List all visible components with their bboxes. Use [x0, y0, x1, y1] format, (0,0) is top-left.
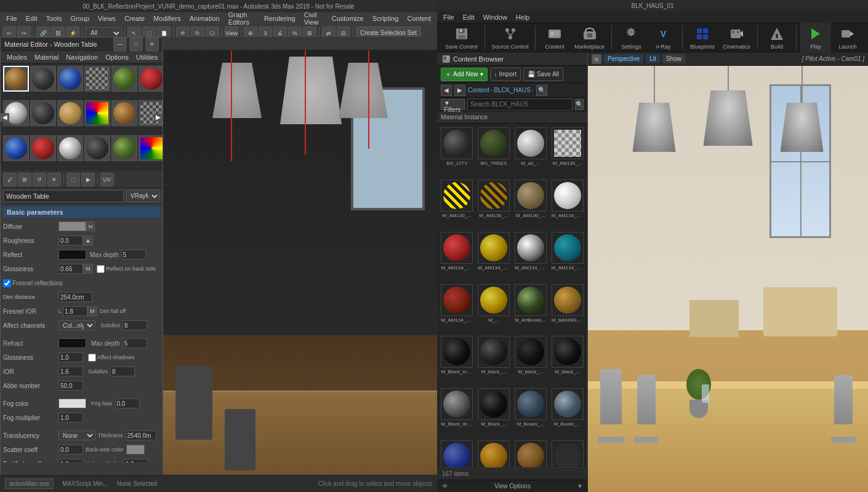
glossiness-input[interactable] — [58, 264, 83, 274]
mat-minimize-btn[interactable]: — — [113, 38, 127, 51]
mat-menu-options[interactable]: Options — [102, 52, 132, 62]
settings-button[interactable]: Settings — [616, 23, 646, 52]
cb-item-20[interactable]: M_Black_Wood... — [440, 387, 475, 437]
mat-thumb-8[interactable] — [30, 100, 56, 126]
subdivs-input[interactable] — [123, 320, 147, 330]
cb-item-6[interactable]: M_AM130_... — [513, 178, 549, 229]
cinematics-button[interactable]: Cinematics — [720, 23, 753, 52]
reflect-swatch[interactable] — [58, 250, 86, 260]
max-menu-edit[interactable]: Edit — [22, 14, 41, 23]
cb-item-21[interactable]: M_Black_... — [476, 387, 512, 437]
fresnel-checkbox[interactable] — [3, 279, 11, 287]
mat-pick-btn[interactable]: 🖊 — [3, 173, 17, 186]
mat-maximize-btn[interactable]: □ — [129, 38, 143, 51]
translucency-dropdown[interactable]: None — [58, 430, 95, 440]
mat-delete-btn[interactable]: ✕ — [47, 173, 61, 186]
cb-view-options[interactable]: View Options — [494, 483, 531, 490]
cb-item-18[interactable]: M_black_... — [513, 335, 549, 385]
mat-thumb-15[interactable] — [57, 135, 83, 161]
cb-bc-content[interactable]: Content — [468, 87, 489, 93]
ior-input[interactable] — [58, 367, 83, 376]
max-menu-file[interactable]: File — [2, 14, 21, 23]
mat-thumb-14[interactable] — [30, 135, 56, 161]
max-menu-rendering[interactable]: Rendering — [260, 14, 299, 23]
cb-item-23[interactable]: M_Books_... — [550, 387, 585, 437]
cb-item-16[interactable]: M_Black_mtl... — [440, 335, 475, 385]
cb-item-10[interactable]: M_AM134_38... — [513, 231, 549, 281]
dim-dist-input[interactable] — [58, 292, 92, 302]
mat-thumb-10[interactable] — [84, 100, 110, 126]
max-menu-group[interactable]: Group — [66, 14, 93, 23]
cb-item-12[interactable]: M_AM134_38... — [440, 283, 475, 333]
mat-assign-btn[interactable]: ⊞ — [18, 173, 31, 186]
mat-menu-utilities[interactable]: Utilities — [132, 52, 161, 62]
mat-thumb-5[interactable] — [111, 66, 137, 92]
mat-menu-modes[interactable]: Modes — [3, 52, 31, 62]
cb-item-14[interactable]: M_ArtBooks_... — [513, 283, 549, 333]
cb-item-17[interactable]: M_black_... — [476, 335, 512, 385]
max-menu-tools[interactable]: Tools — [42, 14, 66, 23]
content-button[interactable]: Content — [539, 23, 570, 52]
mat-thumb-18[interactable] — [139, 135, 163, 161]
backside-swatch[interactable] — [126, 445, 145, 454]
ue-menu-edit[interactable]: Edit — [459, 12, 478, 22]
cb-search-input[interactable] — [467, 98, 573, 111]
fwdbck-input[interactable] — [58, 459, 83, 462]
diffuse-swatch[interactable] — [58, 221, 86, 231]
ue-menu-help[interactable]: Help — [512, 12, 534, 22]
max-menu-scripting[interactable]: Scripting — [369, 14, 403, 23]
build-button[interactable]: Build — [762, 23, 792, 52]
mat-show-btn[interactable]: ⬚ — [66, 173, 80, 186]
mat-thumb-4[interactable] — [84, 66, 110, 92]
ue-menu-file[interactable]: File — [440, 12, 458, 22]
mat-thumb-3[interactable] — [57, 66, 83, 92]
maxscript-label[interactable]: MAXScript Min... — [58, 479, 111, 488]
mat-thumb-1[interactable] — [3, 66, 29, 92]
cb-item-11[interactable]: M_AM134_38... — [550, 231, 585, 281]
mat-menu-navigation[interactable]: Navigation — [62, 52, 102, 62]
refract-glossiness-input[interactable] — [58, 352, 83, 362]
fog-bias-input[interactable] — [115, 399, 140, 408]
cb-search-btn[interactable]: 🔍 — [536, 85, 547, 96]
mat-menu-material[interactable]: Material — [31, 52, 62, 62]
refract-maxdepth-input[interactable] — [123, 338, 147, 348]
roughness-spinner-up[interactable]: ▲ — [83, 236, 93, 245]
cb-item-13[interactable]: M_... — [476, 283, 512, 333]
perspective-label[interactable]: Perspective — [604, 54, 643, 63]
source-control-button[interactable]: Source Control — [489, 23, 531, 52]
cb-item-1[interactable]: BG_TREES — [476, 126, 512, 177]
fog-mult-input[interactable] — [58, 413, 83, 423]
cb-bc-blck-haus[interactable]: BLCK_HAUS — [494, 87, 530, 93]
abbe-input[interactable] — [58, 381, 83, 391]
cb-back-btn[interactable]: ◀ — [441, 85, 452, 96]
max-menu-views[interactable]: Views — [94, 14, 119, 23]
reflect-backside-cb[interactable] — [97, 265, 105, 273]
subdivs2-input[interactable] — [110, 367, 135, 376]
ue-menu-window[interactable]: Window — [480, 12, 511, 22]
add-new-button[interactable]: ＋ Add New ▾ — [441, 68, 488, 81]
cb-forward-btn[interactable]: ▶ — [454, 85, 465, 96]
thickness-input[interactable] — [126, 430, 156, 440]
fog-color-swatch[interactable] — [58, 399, 86, 408]
mat-render-btn[interactable]: ▶ — [81, 173, 95, 186]
mat-thumb-2[interactable] — [30, 66, 56, 92]
max-menu-animation[interactable]: Animation — [186, 14, 223, 23]
mat-name-input[interactable] — [3, 190, 124, 202]
thumb-scroll-right[interactable]: ▶ — [154, 113, 163, 122]
launch-button[interactable]: Launch — [832, 23, 863, 52]
marketplace-button[interactable]: Marketplace — [571, 23, 608, 52]
max-menu-content[interactable]: Content — [403, 14, 435, 23]
mat-reset-btn[interactable]: ↺ — [33, 173, 46, 186]
mat-thumb-6[interactable] — [139, 66, 163, 92]
ue-vp-toggle-btn[interactable]: ≡ — [592, 54, 601, 64]
basic-params-header[interactable]: Basic parameters — [3, 207, 160, 218]
play-button[interactable]: Play — [800, 23, 831, 52]
ue-vp-scene[interactable] — [588, 66, 868, 492]
actionman-exe[interactable]: actionMan.exe — [5, 478, 54, 489]
scatter-input[interactable] — [58, 445, 83, 454]
fresnel-map-btn[interactable]: M — [87, 306, 97, 316]
cb-item-19[interactable]: M_black_... — [550, 335, 585, 385]
import-button[interactable]: ↓ Import — [490, 68, 521, 81]
thumb-scroll-left[interactable]: ◀ — [1, 113, 9, 122]
mat-thumb-9[interactable] — [57, 100, 83, 126]
